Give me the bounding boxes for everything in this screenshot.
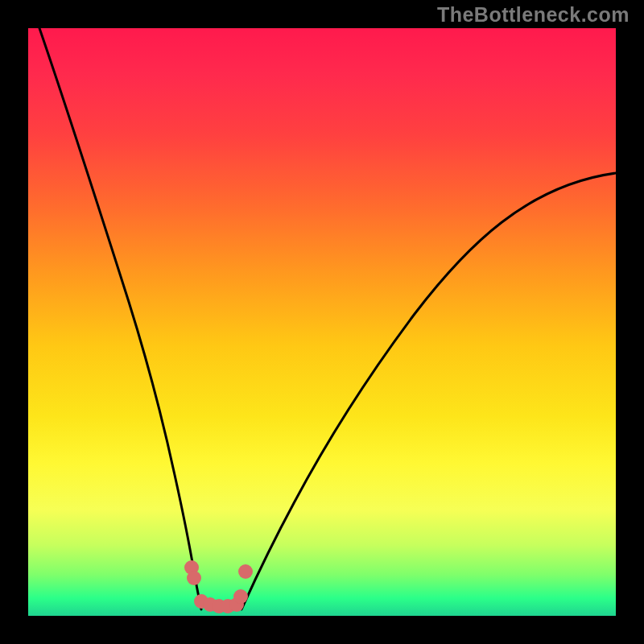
valley-markers	[184, 560, 253, 613]
curve-layer	[28, 28, 616, 616]
plot-area	[28, 28, 616, 616]
chart-container: TheBottleneck.com	[0, 0, 644, 644]
curve-left-arm	[39, 28, 201, 609]
marker-dot	[187, 571, 201, 585]
watermark-text: TheBottleneck.com	[437, 3, 630, 27]
marker-dot	[238, 564, 253, 579]
marker-dot	[233, 589, 248, 604]
curve-right-arm	[242, 173, 616, 609]
